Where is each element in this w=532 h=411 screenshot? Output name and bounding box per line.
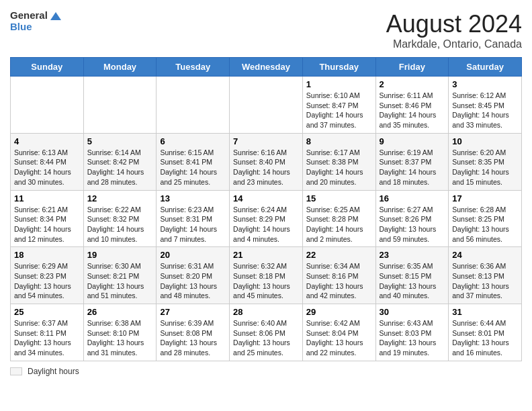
day-info: Sunrise: 6:44 AMSunset: 8:01 PMDaylight:… [452, 318, 518, 358]
calendar-cell: 22Sunrise: 6:34 AMSunset: 8:16 PMDayligh… [302, 247, 375, 304]
day-number: 13 [160, 193, 226, 203]
day-number: 6 [160, 136, 226, 146]
calendar-cell: 1Sunrise: 6:10 AMSunset: 8:47 PMDaylight… [302, 77, 375, 134]
day-info: Sunrise: 6:11 AMSunset: 8:46 PMDaylight:… [380, 91, 445, 130]
day-info: Sunrise: 6:39 AMSunset: 8:08 PMDaylight:… [160, 318, 226, 358]
calendar-cell: 5Sunrise: 6:14 AMSunset: 8:42 PMDaylight… [83, 133, 157, 190]
day-number: 23 [380, 250, 445, 260]
day-info: Sunrise: 6:28 AMSunset: 8:25 PMDaylight:… [452, 205, 518, 244]
day-info: Sunrise: 6:40 AMSunset: 8:06 PMDaylight:… [233, 318, 299, 358]
legend-label: Daylight hours [28, 367, 79, 376]
calendar-cell: 28Sunrise: 6:40 AMSunset: 8:06 PMDayligh… [230, 304, 303, 361]
day-number: 11 [14, 193, 80, 203]
day-header-monday: Monday [83, 58, 157, 77]
calendar-header: SundayMondayTuesdayWednesdayThursdayFrid… [11, 58, 522, 77]
day-header-friday: Friday [375, 58, 449, 77]
calendar-cell: 26Sunrise: 6:38 AMSunset: 8:10 PMDayligh… [83, 304, 157, 361]
calendar-cell: 25Sunrise: 6:37 AMSunset: 8:11 PMDayligh… [11, 304, 84, 361]
day-info: Sunrise: 6:13 AMSunset: 8:44 PMDaylight:… [14, 148, 80, 187]
day-info: Sunrise: 6:20 AMSunset: 8:35 PMDaylight:… [452, 148, 518, 187]
day-number: 4 [14, 136, 80, 146]
calendar-cell: 7Sunrise: 6:16 AMSunset: 8:40 PMDaylight… [230, 133, 303, 190]
calendar-cell: 27Sunrise: 6:39 AMSunset: 8:08 PMDayligh… [157, 304, 230, 361]
day-number: 31 [452, 307, 518, 317]
day-info: Sunrise: 6:35 AMSunset: 8:15 PMDaylight:… [380, 261, 445, 301]
day-header-wednesday: Wednesday [230, 58, 303, 77]
calendar-cell: 19Sunrise: 6:30 AMSunset: 8:21 PMDayligh… [83, 247, 157, 304]
calendar-cell: 16Sunrise: 6:27 AMSunset: 8:26 PMDayligh… [375, 190, 449, 247]
calendar-cell: 3Sunrise: 6:12 AMSunset: 8:45 PMDaylight… [449, 77, 522, 134]
calendar-cell: 23Sunrise: 6:35 AMSunset: 8:15 PMDayligh… [375, 247, 449, 304]
day-number: 18 [14, 250, 80, 260]
calendar-body: 1Sunrise: 6:10 AMSunset: 8:47 PMDaylight… [11, 77, 522, 361]
day-info: Sunrise: 6:17 AMSunset: 8:38 PMDaylight:… [306, 148, 372, 187]
day-info: Sunrise: 6:37 AMSunset: 8:11 PMDaylight:… [14, 318, 80, 358]
day-number: 19 [87, 250, 153, 260]
day-header-saturday: Saturday [449, 58, 522, 77]
day-number: 25 [14, 307, 80, 317]
day-info: Sunrise: 6:15 AMSunset: 8:41 PMDaylight:… [160, 148, 226, 187]
day-headers-row: SundayMondayTuesdayWednesdayThursdayFrid… [11, 58, 522, 77]
day-number: 7 [233, 136, 299, 146]
day-info: Sunrise: 6:12 AMSunset: 8:45 PMDaylight:… [452, 91, 518, 130]
day-number: 3 [452, 79, 518, 89]
day-info: Sunrise: 6:32 AMSunset: 8:18 PMDaylight:… [233, 261, 299, 301]
day-info: Sunrise: 6:23 AMSunset: 8:31 PMDaylight:… [160, 205, 226, 244]
day-number: 30 [380, 307, 445, 317]
calendar-cell: 29Sunrise: 6:42 AMSunset: 8:04 PMDayligh… [302, 304, 375, 361]
legend: Daylight hours [10, 367, 522, 376]
day-info: Sunrise: 6:14 AMSunset: 8:42 PMDaylight:… [87, 148, 153, 187]
calendar-cell: 31Sunrise: 6:44 AMSunset: 8:01 PMDayligh… [449, 304, 522, 361]
page-subtitle: Markdale, Ontario, Canada [386, 38, 522, 50]
day-info: Sunrise: 6:29 AMSunset: 8:23 PMDaylight:… [14, 261, 80, 301]
calendar-cell: 13Sunrise: 6:23 AMSunset: 8:31 PMDayligh… [157, 190, 230, 247]
calendar-cell: 2Sunrise: 6:11 AMSunset: 8:46 PMDaylight… [375, 77, 449, 134]
calendar-cell: 12Sunrise: 6:22 AMSunset: 8:32 PMDayligh… [83, 190, 157, 247]
day-info: Sunrise: 6:30 AMSunset: 8:21 PMDaylight:… [87, 261, 153, 301]
day-number: 8 [306, 136, 372, 146]
calendar-week-5: 25Sunrise: 6:37 AMSunset: 8:11 PMDayligh… [11, 304, 522, 361]
day-header-thursday: Thursday [302, 58, 375, 77]
calendar-cell: 4Sunrise: 6:13 AMSunset: 8:44 PMDaylight… [11, 133, 84, 190]
day-number: 26 [87, 307, 153, 317]
day-number: 12 [87, 193, 153, 203]
day-number: 10 [452, 136, 518, 146]
day-info: Sunrise: 6:31 AMSunset: 8:20 PMDaylight:… [160, 261, 226, 301]
day-info: Sunrise: 6:10 AMSunset: 8:47 PMDaylight:… [306, 91, 372, 130]
calendar-cell: 17Sunrise: 6:28 AMSunset: 8:25 PMDayligh… [449, 190, 522, 247]
day-info: Sunrise: 6:36 AMSunset: 8:13 PMDaylight:… [452, 261, 518, 301]
day-info: Sunrise: 6:22 AMSunset: 8:32 PMDaylight:… [87, 205, 153, 244]
title-block: August 2024 Markdale, Ontario, Canada [386, 10, 522, 50]
day-info: Sunrise: 6:25 AMSunset: 8:28 PMDaylight:… [306, 205, 372, 244]
day-info: Sunrise: 6:42 AMSunset: 8:04 PMDaylight:… [306, 318, 372, 358]
day-number: 16 [380, 193, 445, 203]
day-number: 5 [87, 136, 153, 146]
calendar-cell [11, 77, 84, 134]
day-number: 20 [160, 250, 226, 260]
logo-text: General Blue [10, 10, 61, 32]
day-number: 24 [452, 250, 518, 260]
calendar-cell: 24Sunrise: 6:36 AMSunset: 8:13 PMDayligh… [449, 247, 522, 304]
day-info: Sunrise: 6:43 AMSunset: 8:03 PMDaylight:… [380, 318, 445, 358]
calendar-week-3: 11Sunrise: 6:21 AMSunset: 8:34 PMDayligh… [11, 190, 522, 247]
day-number: 21 [233, 250, 299, 260]
day-info: Sunrise: 6:16 AMSunset: 8:40 PMDaylight:… [233, 148, 299, 187]
calendar-cell: 10Sunrise: 6:20 AMSunset: 8:35 PMDayligh… [449, 133, 522, 190]
day-number: 1 [306, 79, 372, 89]
day-info: Sunrise: 6:27 AMSunset: 8:26 PMDaylight:… [380, 205, 445, 244]
calendar-cell: 6Sunrise: 6:15 AMSunset: 8:41 PMDaylight… [157, 133, 230, 190]
page-header: General Blue August 2024 Markdale, Ontar… [10, 10, 522, 50]
calendar-week-4: 18Sunrise: 6:29 AMSunset: 8:23 PMDayligh… [11, 247, 522, 304]
day-info: Sunrise: 6:38 AMSunset: 8:10 PMDaylight:… [87, 318, 153, 358]
day-info: Sunrise: 6:34 AMSunset: 8:16 PMDaylight:… [306, 261, 372, 301]
calendar-cell: 15Sunrise: 6:25 AMSunset: 8:28 PMDayligh… [302, 190, 375, 247]
calendar-cell: 9Sunrise: 6:19 AMSunset: 8:37 PMDaylight… [375, 133, 449, 190]
legend-box [10, 367, 22, 375]
day-number: 28 [233, 307, 299, 317]
day-info: Sunrise: 6:21 AMSunset: 8:34 PMDaylight:… [14, 205, 80, 244]
day-number: 27 [160, 307, 226, 317]
calendar-cell: 21Sunrise: 6:32 AMSunset: 8:18 PMDayligh… [230, 247, 303, 304]
calendar-cell [83, 77, 157, 134]
calendar-week-2: 4Sunrise: 6:13 AMSunset: 8:44 PMDaylight… [11, 133, 522, 190]
calendar-week-1: 1Sunrise: 6:10 AMSunset: 8:47 PMDaylight… [11, 77, 522, 134]
